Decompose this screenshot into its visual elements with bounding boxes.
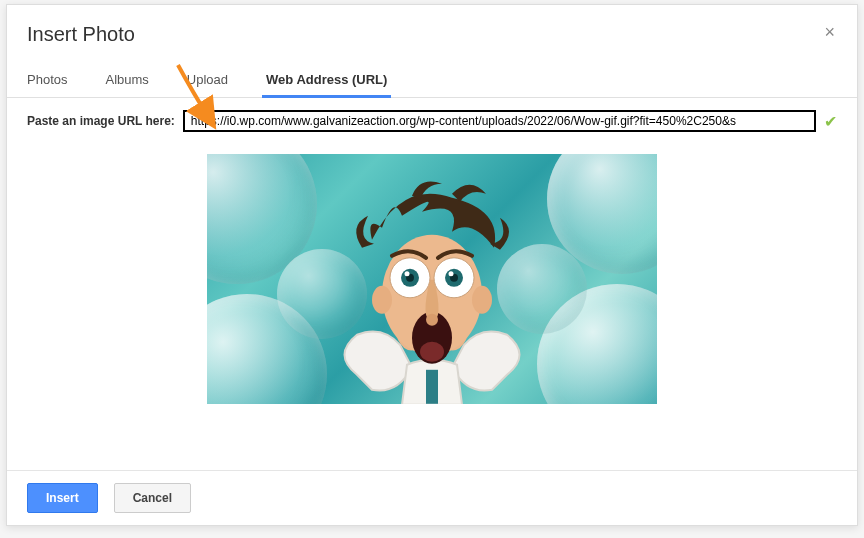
cancel-button[interactable]: Cancel [114,483,191,513]
dialog-header: Insert Photo × [7,5,857,54]
insert-photo-dialog: Insert Photo × Photos Albums Upload Web … [6,4,858,526]
insert-button[interactable]: Insert [27,483,98,513]
dialog-footer: Insert Cancel [7,470,857,525]
tab-web-address[interactable]: Web Address (URL) [266,72,387,97]
image-preview-area [27,154,837,404]
image-preview [207,154,657,404]
preview-character [302,170,562,404]
dialog-content: Paste an image URL here: ✔ [7,98,857,416]
svg-point-6 [420,342,444,362]
tab-photos[interactable]: Photos [27,72,67,97]
close-icon: × [824,22,835,42]
svg-point-14 [405,271,410,276]
svg-point-15 [449,271,454,276]
svg-rect-1 [426,370,438,404]
url-label: Paste an image URL here: [27,114,175,128]
close-button[interactable]: × [822,23,837,41]
url-input-row: Paste an image URL here: ✔ [27,110,837,132]
tab-upload[interactable]: Upload [187,72,228,97]
tabs-bar: Photos Albums Upload Web Address (URL) [7,54,857,98]
svg-point-3 [372,286,392,314]
svg-point-7 [426,314,438,326]
svg-point-4 [472,286,492,314]
url-input[interactable] [183,110,816,132]
dialog-title: Insert Photo [27,23,135,46]
checkmark-icon: ✔ [824,112,837,131]
tab-albums[interactable]: Albums [105,72,148,97]
